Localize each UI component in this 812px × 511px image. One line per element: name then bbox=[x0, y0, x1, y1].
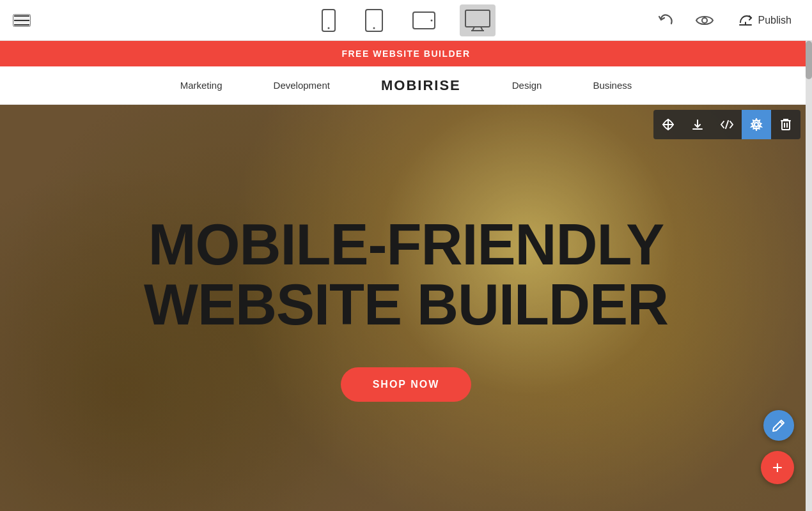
undo-button[interactable] bbox=[655, 9, 679, 32]
scrollbar[interactable] bbox=[806, 41, 812, 511]
svg-point-5 bbox=[431, 19, 433, 21]
hero-title-line2: WEBSITE BUILDER bbox=[144, 273, 668, 337]
svg-point-1 bbox=[328, 27, 330, 29]
top-toolbar: Publish bbox=[0, 0, 812, 41]
navbar: Marketing Development MOBIRISE Design Bu… bbox=[0, 66, 812, 105]
code-editor-button[interactable] bbox=[712, 110, 742, 139]
section-toolbar bbox=[653, 110, 800, 139]
publish-button[interactable]: Publish bbox=[730, 8, 799, 33]
delete-section-button[interactable] bbox=[771, 110, 800, 139]
brand-logo: MOBIRISE bbox=[381, 77, 461, 94]
svg-point-10 bbox=[702, 18, 707, 23]
preview-button[interactable] bbox=[692, 10, 717, 31]
move-section-button[interactable] bbox=[653, 110, 683, 139]
desktop-view-button[interactable] bbox=[460, 4, 496, 36]
promo-banner: FREE WEBSITE BUILDER bbox=[0, 41, 812, 66]
toolbar-left bbox=[13, 14, 31, 27]
publish-label: Publish bbox=[758, 15, 792, 26]
download-section-button[interactable] bbox=[683, 110, 712, 139]
hero-title: MOBILE-FRIENDLY WEBSITE BUILDER bbox=[144, 215, 668, 335]
nav-link-marketing[interactable]: Marketing bbox=[180, 80, 223, 91]
tablet-view-button[interactable] bbox=[360, 4, 388, 37]
tablet-landscape-view-button[interactable] bbox=[407, 6, 441, 34]
svg-line-17 bbox=[726, 121, 728, 128]
svg-rect-6 bbox=[465, 10, 490, 27]
shop-now-button[interactable]: SHOP NOW bbox=[341, 367, 472, 402]
toolbar-right: Publish bbox=[655, 8, 799, 33]
nav-link-development[interactable]: Development bbox=[274, 80, 330, 91]
hero-title-line1: MOBILE-FRIENDLY bbox=[148, 213, 664, 277]
mobile-view-button[interactable] bbox=[316, 4, 341, 37]
promo-text: FREE WEBSITE BUILDER bbox=[341, 49, 470, 59]
add-icon: + bbox=[772, 457, 783, 478]
edit-fab-button[interactable] bbox=[763, 410, 794, 441]
hero-content: MOBILE-FRIENDLY WEBSITE BUILDER SHOP NOW bbox=[0, 105, 812, 511]
nav-link-business[interactable]: Business bbox=[593, 80, 632, 91]
section-settings-button[interactable] bbox=[742, 110, 771, 139]
nav-link-design[interactable]: Design bbox=[512, 80, 542, 91]
add-section-fab-button[interactable]: + bbox=[761, 451, 794, 484]
svg-rect-19 bbox=[782, 121, 790, 130]
svg-point-3 bbox=[373, 27, 375, 29]
menu-button[interactable] bbox=[13, 14, 31, 27]
toolbar-center bbox=[316, 4, 496, 37]
hero-section: MOBILE-FRIENDLY WEBSITE BUILDER SHOP NOW bbox=[0, 105, 812, 511]
scrollbar-thumb[interactable] bbox=[806, 41, 812, 79]
svg-point-18 bbox=[754, 123, 758, 126]
